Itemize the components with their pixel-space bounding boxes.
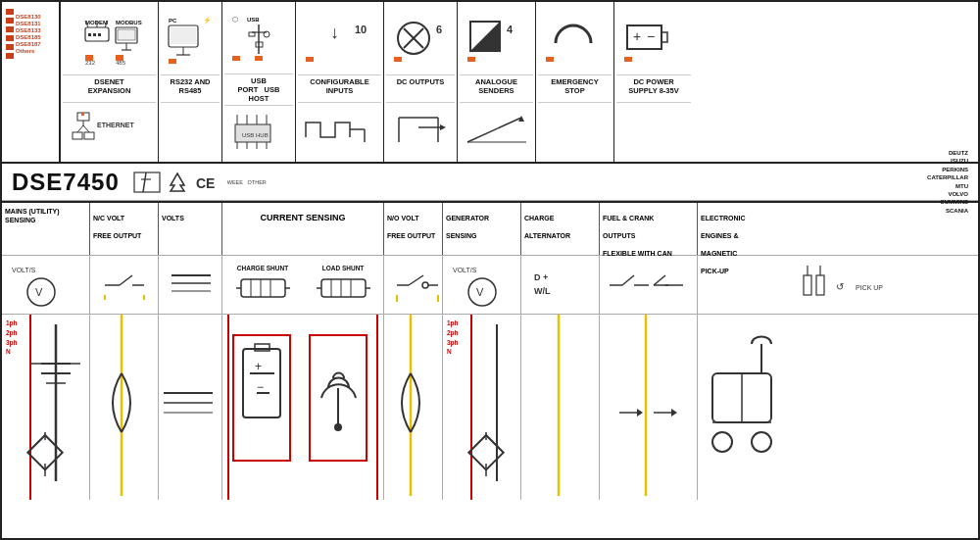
- charge-alt-svg: [521, 315, 595, 496]
- svg-text:10: 10: [355, 24, 367, 35]
- svg-text:CE: CE: [196, 175, 215, 191]
- left-label-3: DSE8133: [16, 27, 41, 33]
- charge-alt-circuit: [521, 315, 600, 500]
- svg-line-104: [409, 275, 423, 285]
- recycle-icon: [167, 172, 188, 193]
- svg-marker-157: [671, 409, 677, 417]
- usb-diagram: USB HUB: [224, 105, 293, 158]
- col-mains-label: MAINS (UTILITY)SENSING: [2, 203, 90, 255]
- dc-outputs-label: DC OUTPUTS: [386, 74, 455, 102]
- left-label-1: DSE8130: [16, 14, 41, 20]
- svg-rect-23: [84, 132, 94, 139]
- battery-svg: + −: [235, 339, 289, 457]
- svg-text:D +: D +: [534, 272, 548, 282]
- svg-marker-61: [440, 124, 446, 130]
- nc-diagram: [90, 256, 159, 314]
- left-label-5: DSE8187: [16, 41, 41, 47]
- col-charge-label: CHARGEALTERNATOR: [521, 203, 600, 255]
- svg-text:USB: USB: [247, 17, 260, 23]
- mains-label: MAINS (UTILITY)SENSING: [5, 207, 60, 224]
- col-fuel-label: FUEL & CRANKOUTPUTSFLEXIBLE WITH CAN: [600, 203, 698, 255]
- volts-label: VOLTS: [162, 215, 184, 221]
- electronic-diagram: ↺ PICK UP: [698, 256, 978, 314]
- svg-text:PICK UP: PICK UP: [856, 284, 883, 291]
- circuit-row: 1ph2ph3phN: [2, 314, 978, 500]
- no-volt-label: N/O VOLTFREE OUTPUT: [387, 215, 435, 239]
- analogue-diagram: [460, 102, 533, 156]
- svg-rect-76: [134, 172, 160, 192]
- current-sensing-label: CURRENT SENSING: [260, 213, 345, 222]
- charge-shunt-label: CHARGE SHUNT: [237, 265, 288, 271]
- rs232-label: RS232 ANDRS485: [161, 74, 220, 102]
- config-diagram: [298, 102, 381, 156]
- gen-sensing-label: GENERATORSENSING: [446, 215, 489, 239]
- emergency-label: EMERGENCYSTOP: [538, 74, 612, 102]
- left-labels: DSE8130 DSE8131 DSE8133 DSE8185 DSE8187 …: [2, 2, 61, 162]
- svg-text:+: +: [633, 28, 641, 44]
- svg-rect-69: [546, 57, 554, 62]
- svg-text:V: V: [35, 286, 43, 298]
- svg-text:−: −: [257, 380, 264, 394]
- svg-text:↺: ↺: [836, 281, 844, 292]
- dcpower-icon: + −: [616, 6, 691, 74]
- col-volts-label: VOLTS: [159, 203, 222, 255]
- dcpower-diagram: [616, 102, 691, 156]
- rs232-diagram: [161, 102, 220, 156]
- diagram-row: VOLT/S V: [2, 255, 978, 314]
- dse-title: DSE7450: [12, 169, 120, 196]
- svg-text:W/L: W/L: [534, 286, 551, 296]
- top-col-usb: ⬡ USB USBPORT USBHOST: [222, 2, 296, 162]
- svg-text:⚡: ⚡: [203, 16, 212, 25]
- svg-text:MODBUS: MODBUS: [116, 20, 142, 25]
- volts-circuit-svg: [159, 315, 218, 496]
- usb-icon: ⬡ USB: [224, 6, 293, 74]
- svg-text:+: +: [255, 360, 262, 373]
- current-diagram: CHARGE SHUNT LOAD SHUNT: [222, 256, 384, 314]
- left-label-2: DSE8131: [16, 21, 41, 26]
- top-section: DSE8130 DSE8131 DSE8133 DSE8185 DSE8187 …: [2, 2, 978, 164]
- dc-outputs-diagram: [386, 102, 455, 156]
- dcpower-label: DC POWERSUPPLY 8-35V: [616, 74, 691, 102]
- svg-rect-75: [624, 57, 632, 62]
- svg-text:PC: PC: [169, 18, 177, 24]
- svg-rect-5: [88, 33, 91, 36]
- charge-alt-label: CHARGEALTERNATOR: [524, 215, 570, 239]
- svg-text:6: 6: [436, 24, 442, 35]
- current-red-line-left: [227, 315, 229, 500]
- dsenet-icon: MODEM MODBUS: [63, 6, 156, 74]
- top-col-dc: 6 DC OUTPUTS: [384, 2, 458, 162]
- no-diagram: [384, 256, 443, 314]
- svg-text:−: −: [647, 28, 655, 44]
- nc-circuit-svg: [90, 315, 154, 496]
- dsenet-label: DSENETEXPANSION: [63, 74, 156, 102]
- load-shunt-box: [309, 334, 368, 462]
- top-col-dsenet: MODEM MODBUS: [61, 2, 159, 162]
- top-col-emergency: EMERGENCYSTOP: [536, 2, 614, 162]
- rs232-icon: PC ⚡: [161, 6, 220, 74]
- svg-rect-120: [804, 275, 811, 295]
- no-circuit: [384, 315, 443, 500]
- antenna-svg: [312, 339, 366, 457]
- volts-circuit: [159, 315, 222, 500]
- svg-rect-121: [816, 275, 824, 295]
- svg-line-21: [83, 125, 89, 132]
- electronic-circuit: [698, 315, 978, 500]
- svg-text:4: 4: [507, 24, 514, 35]
- svg-text:⬡: ⬡: [232, 16, 238, 23]
- dsenet-diagram: ETHERNET: [63, 102, 156, 156]
- svg-point-105: [422, 282, 428, 288]
- dc-outputs-icon: 6: [386, 6, 455, 74]
- svg-point-162: [752, 432, 771, 452]
- svg-line-118: [654, 275, 665, 285]
- svg-text:USB HUB: USB HUB: [242, 132, 269, 138]
- usb-label: USBPORT USBHOST: [224, 74, 293, 105]
- svg-text:VOLT/S: VOLT/S: [453, 267, 477, 273]
- weee-icon: [133, 172, 161, 193]
- nc-volt-label: N/C VOLTFREE OUTPUT: [93, 215, 141, 239]
- svg-rect-6: [93, 33, 96, 36]
- svg-rect-27: [171, 27, 196, 44]
- charge-alt-diagram: D + W/L: [521, 256, 600, 314]
- svg-line-115: [622, 275, 634, 285]
- analogue-icon: 4: [460, 6, 533, 74]
- no-circuit-svg: [384, 315, 438, 496]
